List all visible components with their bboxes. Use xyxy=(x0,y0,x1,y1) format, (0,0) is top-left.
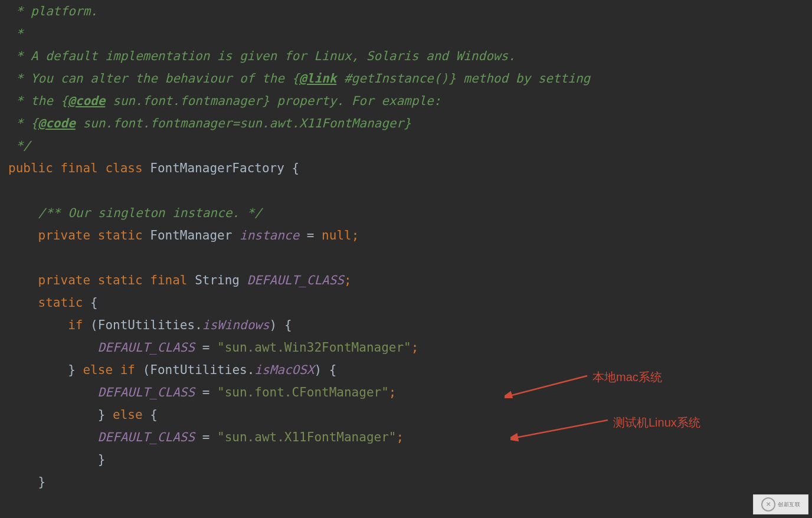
keyword-if: if xyxy=(120,363,135,377)
brace: } xyxy=(98,453,106,467)
keyword-static: static xyxy=(38,296,83,310)
comment-line: * xyxy=(8,27,23,41)
annotation-linux: 测试机Linux系统 xyxy=(613,411,700,434)
comment-line: * platform. xyxy=(8,4,98,18)
paren: ) xyxy=(315,363,322,377)
brace: { xyxy=(284,161,299,175)
field-default-class: DEFAULT_CLASS xyxy=(98,430,195,444)
field-iswindows: isWindows xyxy=(202,318,270,332)
string-literal: "sun.font.CFontManager" xyxy=(217,385,389,399)
keyword-class: class xyxy=(105,161,142,175)
keyword-if: if xyxy=(68,318,83,332)
brace: { xyxy=(90,296,98,310)
brace: { xyxy=(284,318,292,332)
class-ref: FontUtilities xyxy=(98,318,195,332)
op: = xyxy=(299,228,322,242)
keyword-final: final xyxy=(150,273,187,287)
keyword-else: else xyxy=(113,408,143,422)
comment-end: */ xyxy=(8,139,31,153)
annotation-mac: 本地mac系统 xyxy=(592,366,662,388)
op: = xyxy=(195,385,217,399)
javadoc-code-tag: @code xyxy=(38,116,76,130)
field-ismacosx: isMacOSX xyxy=(254,363,314,377)
field-instance: instance xyxy=(240,228,299,242)
brace: } xyxy=(68,363,76,377)
brace: { xyxy=(329,363,337,377)
semicolon: ; xyxy=(389,385,397,399)
op: = xyxy=(195,430,217,444)
brace: } xyxy=(98,408,106,422)
keyword-private: private xyxy=(38,273,91,287)
semicolon: ; xyxy=(344,273,352,287)
javadoc-link-tag: @link xyxy=(299,71,336,86)
comment-line: /** Our singleton instance. */ xyxy=(38,206,262,220)
semicolon: ; xyxy=(411,340,419,355)
field-default-class: DEFAULT_CLASS xyxy=(98,385,195,399)
field-default-class: DEFAULT_CLASS xyxy=(247,273,344,287)
keyword-else: else xyxy=(83,363,113,377)
semicolon: ; xyxy=(396,430,404,444)
watermark-icon: ✕ xyxy=(761,497,775,512)
class-name: FontManagerFactory xyxy=(150,161,284,175)
semicolon: ; xyxy=(352,228,359,242)
keyword-null: null xyxy=(322,228,352,242)
javadoc-code-tag: @code xyxy=(68,94,105,108)
class-ref: FontUtilities xyxy=(150,363,247,377)
comment-line: * You can alter the behaviour of the { xyxy=(8,71,299,86)
watermark-text: 创新互联 xyxy=(778,493,800,516)
keyword-private: private xyxy=(38,228,91,242)
string-literal: "sun.awt.Win32FontManager" xyxy=(217,340,411,355)
paren: ) xyxy=(270,318,277,332)
brace: { xyxy=(150,408,158,422)
keyword-static: static xyxy=(98,228,143,242)
comment-line: * { xyxy=(8,116,38,130)
watermark-logo: ✕ 创新互联 xyxy=(753,494,808,514)
paren: ( xyxy=(90,318,98,332)
comment-line: #getInstance()} method by setting xyxy=(336,71,590,86)
op: = xyxy=(195,340,217,355)
string-literal: "sun.awt.X11FontManager" xyxy=(217,430,396,444)
dot: . xyxy=(195,318,202,332)
keyword-public: public xyxy=(8,161,53,175)
comment-line: sun.font.fontmanager} property. For exam… xyxy=(105,94,441,108)
brace: } xyxy=(38,475,46,489)
keyword-final: final xyxy=(61,161,98,175)
type: FontManager xyxy=(150,228,232,242)
comment-line: sun.font.fontmanager=sun.awt.X11FontMana… xyxy=(76,116,411,130)
keyword-static: static xyxy=(98,273,143,287)
field-default-class: DEFAULT_CLASS xyxy=(98,340,195,355)
comment-line: * A default implementation is given for … xyxy=(8,49,516,63)
paren: ( xyxy=(143,363,150,377)
comment-line: * the { xyxy=(8,94,68,108)
type: String xyxy=(195,273,240,287)
dot: . xyxy=(247,363,255,377)
